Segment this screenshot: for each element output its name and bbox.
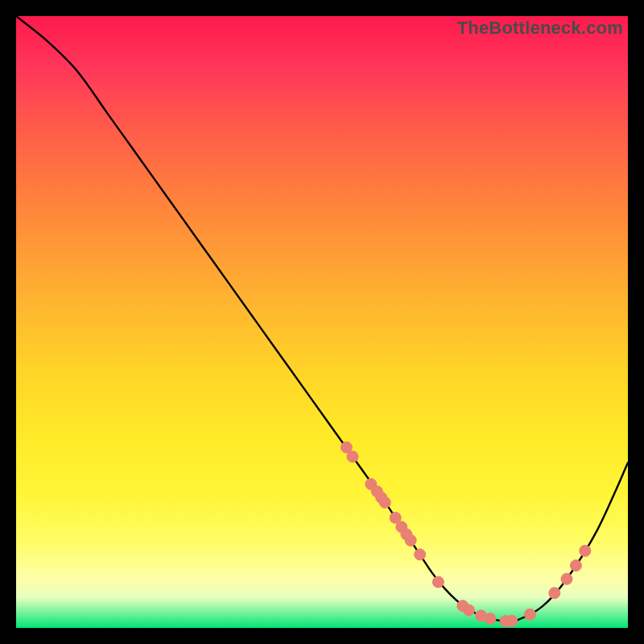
data-marker (485, 613, 496, 625)
plot-area: TheBottleneck.com (16, 16, 628, 628)
bottleneck-curve (16, 16, 628, 621)
chart-stage: { "watermark": "TheBottleneck.com", "col… (0, 0, 644, 644)
chart-overlay (16, 16, 628, 628)
data-markers (341, 442, 590, 627)
data-marker (432, 576, 444, 588)
data-marker (463, 605, 474, 616)
data-marker (405, 535, 416, 546)
data-marker (524, 609, 535, 620)
data-marker (580, 545, 591, 556)
data-marker (570, 559, 581, 571)
data-marker (415, 549, 426, 560)
data-marker (549, 588, 560, 599)
data-marker (561, 573, 572, 584)
data-marker (347, 451, 358, 462)
data-marker (379, 497, 390, 508)
data-marker (506, 615, 518, 626)
